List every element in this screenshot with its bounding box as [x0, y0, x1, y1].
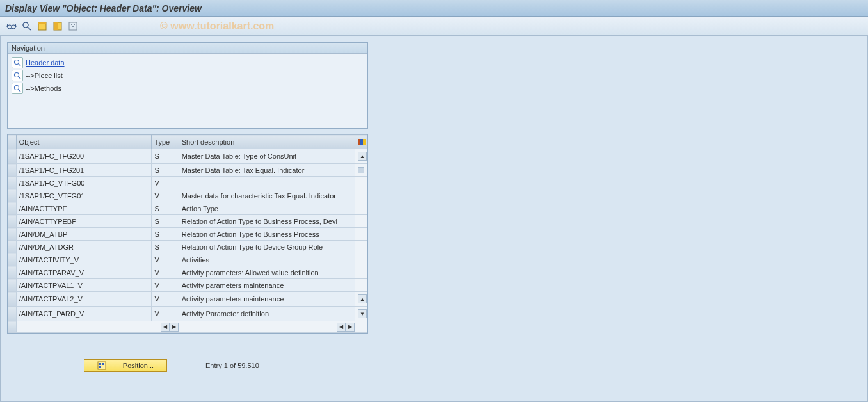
cell-desc[interactable]: Activities — [179, 253, 355, 266]
cell-type[interactable]: S — [152, 241, 179, 253]
vscroll-track[interactable] — [355, 279, 367, 292]
cell-type[interactable]: V — [152, 189, 179, 202]
vscroll-track[interactable] — [355, 202, 367, 215]
cell-type[interactable]: V — [152, 177, 179, 189]
table-row: /AIN/DM_ATDGRSRelation of Action Type to… — [8, 241, 367, 253]
cell-desc[interactable]: Activity parameters: Allowed value defin… — [179, 266, 355, 279]
cell-object[interactable]: /1SAP1/FC_VTFG01 — [16, 189, 152, 202]
vscroll-track[interactable]: ▲ — [355, 292, 367, 307]
vscroll-track[interactable] — [355, 189, 367, 202]
cell-desc[interactable]: Activity parameters maintenance — [179, 292, 355, 307]
cell-object[interactable]: /AIN/DM_ATBP — [16, 228, 152, 241]
table-row: /AIN/ACTTYPESAction Type — [8, 202, 367, 215]
row-handle[interactable] — [8, 149, 17, 164]
cell-object[interactable]: /1SAP1/FC_TFG200 — [16, 149, 152, 164]
cell-type[interactable]: V — [152, 307, 179, 321]
cell-type[interactable]: V — [152, 292, 179, 307]
cell-type[interactable]: S — [152, 164, 179, 177]
glasses-icon[interactable] — [5, 20, 18, 33]
select-block-icon[interactable] — [51, 20, 64, 33]
vscroll-track[interactable] — [355, 228, 367, 241]
select-all-icon[interactable] — [36, 20, 49, 33]
vscroll-track[interactable] — [355, 164, 367, 177]
svg-rect-5 — [54, 22, 58, 30]
cell-desc[interactable] — [179, 177, 355, 189]
hscroll-left-arrow-2[interactable]: ◀ — [337, 323, 346, 332]
svg-rect-19 — [99, 363, 101, 365]
row-handle[interactable] — [8, 202, 17, 215]
row-handle-header[interactable] — [8, 135, 17, 149]
position-label: Position... — [123, 362, 154, 369]
row-handle[interactable] — [8, 215, 17, 228]
cell-object[interactable]: /AIN/TACTPARAV_V — [16, 266, 152, 279]
cell-type[interactable]: S — [152, 228, 179, 241]
cell-object[interactable]: /AIN/ACTTYPEBP — [16, 215, 152, 228]
cell-object[interactable]: /1SAP1/FC_TFG201 — [16, 164, 152, 177]
row-handle[interactable] — [8, 164, 17, 177]
cell-type[interactable]: S — [152, 202, 179, 215]
cell-object[interactable]: /AIN/TACTPVAL2_V — [16, 292, 152, 307]
table-row: /AIN/DM_ATBPSRelation of Action Type to … — [8, 228, 367, 241]
cell-desc[interactable]: Relation of Action Type to Business Proc… — [179, 215, 355, 228]
cell-object[interactable]: /1SAP1/FC_VTFG00 — [16, 177, 152, 189]
vscroll-thumb[interactable] — [358, 167, 364, 173]
nav-item-header-data[interactable]: Header data — [10, 56, 365, 69]
row-handle[interactable] — [8, 292, 17, 307]
cell-type[interactable]: S — [152, 215, 179, 228]
cell-desc[interactable]: Master Data Table: Tax Equal. Indicator — [179, 164, 355, 177]
vscroll-track[interactable] — [355, 177, 367, 189]
vscroll-up-arrow[interactable]: ▲ — [358, 152, 367, 161]
row-handle[interactable] — [8, 228, 17, 241]
vscroll-down-arrow[interactable]: ▼ — [358, 309, 367, 318]
object-table: Object Type Short description /1SAP1/FC_… — [8, 134, 367, 333]
vscroll-track[interactable] — [355, 215, 367, 228]
cell-desc[interactable]: Master data for characteristic Tax Equal… — [179, 189, 355, 202]
cell-desc[interactable]: Activity parameters maintenance — [179, 279, 355, 292]
cell-object[interactable]: /AIN/TACTIVITY_V — [16, 253, 152, 266]
row-handle[interactable] — [8, 279, 17, 292]
vscroll-track[interactable] — [355, 241, 367, 253]
deselect-icon[interactable] — [67, 20, 79, 33]
vscroll-up-arrow-2[interactable]: ▲ — [358, 294, 367, 303]
cell-desc[interactable]: Master Data Table: Type of ConsUnit — [179, 149, 355, 164]
nav-item-piece-list[interactable]: -->Piece list — [10, 69, 365, 82]
row-handle[interactable] — [8, 241, 17, 253]
cell-desc[interactable]: Action Type — [179, 202, 355, 215]
cell-desc[interactable]: Relation of Action Type to Device Group … — [179, 241, 355, 253]
magnifier-icon[interactable] — [20, 20, 33, 33]
vscroll-track[interactable]: ▼ — [355, 307, 367, 321]
cell-type[interactable]: S — [152, 149, 179, 164]
cell-type[interactable]: V — [152, 266, 179, 279]
cell-object[interactable]: /AIN/DM_ATDGR — [16, 241, 152, 253]
row-handle[interactable] — [8, 266, 17, 279]
row-handle[interactable] — [8, 177, 17, 189]
toolbar: © www.tutorialkart.com — [0, 17, 868, 36]
col-header-desc[interactable]: Short description — [179, 135, 355, 149]
hscroll-right-arrow[interactable]: ▶ — [170, 323, 179, 332]
row-handle[interactable] — [8, 189, 17, 202]
svg-rect-18 — [98, 362, 106, 369]
row-handle[interactable] — [8, 307, 17, 321]
cell-object[interactable]: /AIN/ACTTYPE — [16, 202, 152, 215]
entry-counter: Entry 1 of 59.510 — [205, 362, 259, 369]
position-button[interactable]: Position... — [84, 359, 167, 372]
cell-type[interactable]: V — [152, 279, 179, 292]
col-header-object[interactable]: Object — [16, 135, 152, 149]
table-config-button[interactable] — [355, 135, 367, 149]
hscroll-right-arrow-2[interactable]: ▶ — [346, 323, 355, 332]
cell-desc[interactable]: Activity Parameter definition — [179, 307, 355, 321]
svg-line-10 — [19, 64, 20, 66]
cell-object[interactable]: /AIN/TACTPVAL1_V — [16, 279, 152, 292]
cell-object[interactable]: /AIN/TACT_PARD_V — [16, 307, 152, 321]
cell-type[interactable]: V — [152, 253, 179, 266]
hscroll-left-arrow[interactable]: ◀ — [161, 323, 170, 332]
cell-desc[interactable]: Relation of Action Type to Business Proc… — [179, 228, 355, 241]
vscroll-track[interactable] — [355, 266, 367, 279]
row-handle[interactable] — [8, 253, 17, 266]
vscroll-track[interactable]: ▲ — [355, 149, 367, 164]
col-header-type[interactable]: Type — [152, 135, 179, 149]
hscroll-right-zone: ◀ ▶ — [179, 321, 355, 333]
svg-rect-20 — [102, 363, 104, 365]
vscroll-track[interactable] — [355, 253, 367, 266]
nav-item-methods[interactable]: -->Methods — [10, 82, 365, 95]
